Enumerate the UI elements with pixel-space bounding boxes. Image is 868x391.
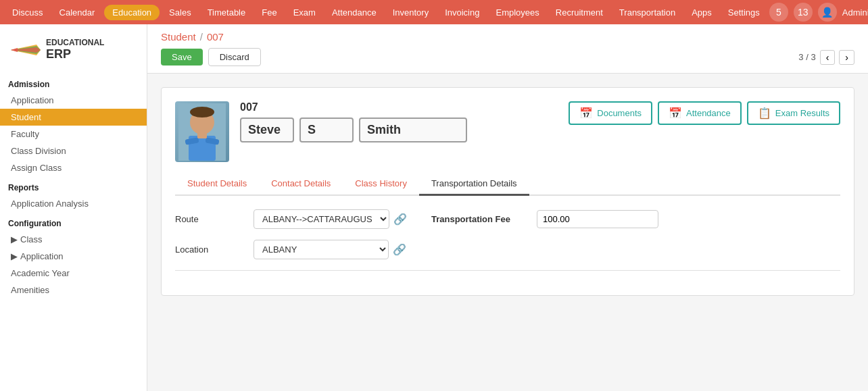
student-name-fields (240, 118, 558, 142)
sidebar-item-class[interactable]: ▶ Class (0, 231, 147, 248)
logo-icon (11, 43, 41, 57)
route-select-wrapper: ALBANY-->CATTARAUGUS ALBANY-->BUFFALO AL… (254, 209, 407, 229)
nav-item-invoicing[interactable]: Invoicing (438, 5, 486, 20)
exam-results-label: Exam Results (775, 108, 829, 118)
documents-label: Documents (597, 108, 642, 118)
location-label: Location (175, 244, 243, 255)
svg-point-10 (190, 107, 214, 118)
attendance-label: Attendance (686, 108, 731, 118)
nav-item-transportation[interactable]: Transportation (612, 5, 682, 20)
exam-results-icon: 📋 (758, 107, 771, 120)
student-id: 007 (240, 101, 558, 113)
location-external-link-icon[interactable]: 🔗 (393, 243, 406, 256)
user-avatar[interactable]: 👤 (818, 3, 837, 22)
student-last-name-input[interactable] (359, 118, 467, 142)
attendance-button[interactable]: 📅 Attendance (658, 101, 742, 125)
badge2-value: 13 (798, 7, 809, 18)
sidebar-item-amenities[interactable]: Amenities (0, 282, 147, 298)
exam-results-button[interactable]: 📋 Exam Results (747, 101, 840, 125)
sidebar-section-admission: Admission (0, 73, 147, 92)
student-header: 007 📅 Documents 📅 Attendance (175, 101, 840, 162)
tab-transportation-details[interactable]: Transportation Details (419, 173, 529, 196)
route-row: Route ALBANY-->CATTARAUGUS ALBANY-->BUFF… (175, 209, 840, 229)
tab-class-history[interactable]: Class History (343, 173, 419, 196)
nav-item-attendance[interactable]: Attendance (325, 5, 383, 20)
nav-item-discuss[interactable]: Discuss (5, 5, 50, 20)
student-middle-name-input[interactable] (299, 118, 354, 142)
location-row: Location ALBANY BUFFALO SYRACUSE 🔗 (175, 240, 840, 259)
prev-page-button[interactable]: ‹ (820, 50, 836, 65)
nav-item-settings[interactable]: Settings (721, 5, 767, 20)
sidebar-item-academic-year[interactable]: Academic Year (0, 265, 147, 282)
nav-item-timetable[interactable]: Timetable (201, 5, 253, 20)
breadcrumb: Student / 007 (161, 31, 854, 43)
sidebar-item-assign-class[interactable]: Assign Class (0, 159, 147, 176)
student-form-card: 007 📅 Documents 📅 Attendance (161, 87, 854, 296)
documents-button[interactable]: 📅 Documents (569, 101, 652, 125)
notification-badge-1[interactable]: 5 (769, 3, 788, 22)
pagination-controls: 3 / 3 ‹ › (798, 50, 854, 65)
tabs: Student Details Contact Details Class Hi… (175, 173, 840, 196)
breadcrumb-parent[interactable]: Student (161, 31, 196, 43)
sidebar-item-class-division[interactable]: Class Division (0, 142, 147, 159)
breadcrumb-separator: / (200, 31, 203, 43)
fee-label: Transportation Fee (431, 214, 526, 224)
student-photo (175, 101, 229, 162)
tab-contact-details[interactable]: Contact Details (259, 173, 343, 196)
nav-item-employees[interactable]: Employees (489, 5, 546, 20)
route-external-link-icon[interactable]: 🔗 (393, 213, 407, 226)
sidebar-item-faculty[interactable]: Faculty (0, 126, 147, 142)
documents-icon: 📅 (579, 107, 593, 120)
sidebar-item-application-analysis[interactable]: Application Analysis (0, 195, 147, 212)
svg-rect-7 (197, 133, 207, 138)
attendance-icon: 📅 (669, 107, 682, 120)
location-select[interactable]: ALBANY BUFFALO SYRACUSE (254, 240, 389, 259)
route-select[interactable]: ALBANY-->CATTARAUGUS ALBANY-->BUFFALO AL… (254, 209, 389, 229)
admin-name: Administrator (842, 7, 868, 18)
save-button[interactable]: Save (161, 49, 203, 66)
student-first-name-input[interactable] (240, 118, 294, 142)
nav-item-apps[interactable]: Apps (685, 5, 719, 20)
location-select-wrapper: ALBANY BUFFALO SYRACUSE 🔗 (254, 240, 406, 259)
tab-student-details[interactable]: Student Details (175, 173, 259, 196)
nav-item-education[interactable]: Education (104, 5, 160, 20)
sidebar-item-application[interactable]: Application (0, 92, 147, 109)
notification-badge-2[interactable]: 13 (794, 3, 813, 22)
main-layout: EDUCATIONAL ERP Admission Application St… (0, 24, 868, 391)
nav-right-area: 5 13 👤 Administrator (769, 3, 868, 22)
student-avatar-svg (178, 103, 226, 161)
nav-item-fee[interactable]: Fee (255, 5, 283, 20)
next-page-button[interactable]: › (839, 50, 854, 65)
content-area: Student / 007 Save Discard 3 / 3 ‹ › (147, 24, 868, 391)
pagination-info: 3 / 3 (798, 52, 815, 62)
svg-marker-3 (11, 48, 18, 52)
sidebar-section-configuration: Configuration (0, 212, 147, 231)
nav-item-sales[interactable]: Sales (162, 5, 198, 20)
toolbar: Save Discard 3 / 3 ‹ › (161, 48, 854, 73)
nav-item-inventory[interactable]: Inventory (386, 5, 435, 20)
student-actions: 📅 Documents 📅 Attendance 📋 Exam Results (569, 101, 840, 125)
nav-item-calendar[interactable]: Calendar (53, 5, 102, 20)
logo-text: EDUCATIONAL ERP (46, 38, 104, 62)
logo-area: EDUCATIONAL ERP (0, 32, 147, 73)
sidebar-section-reports: Reports (0, 176, 147, 195)
top-navigation: Discuss Calendar Education Sales Timetab… (0, 0, 868, 24)
form-divider (175, 270, 840, 271)
breadcrumb-current: 007 (207, 31, 224, 43)
nav-item-recruitment[interactable]: Recruitment (549, 5, 610, 20)
sidebar: EDUCATIONAL ERP Admission Application St… (0, 24, 147, 391)
discard-button[interactable]: Discard (208, 48, 261, 66)
badge1-value: 5 (776, 7, 781, 18)
transportation-fee-input[interactable] (537, 210, 658, 228)
sidebar-item-student[interactable]: Student (0, 109, 147, 126)
breadcrumb-bar: Student / 007 Save Discard 3 / 3 ‹ › (147, 24, 868, 74)
sidebar-item-config-application[interactable]: ▶ Application (0, 248, 147, 265)
route-label: Route (175, 214, 243, 224)
student-info: 007 (240, 101, 558, 142)
nav-item-exam[interactable]: Exam (287, 5, 322, 20)
